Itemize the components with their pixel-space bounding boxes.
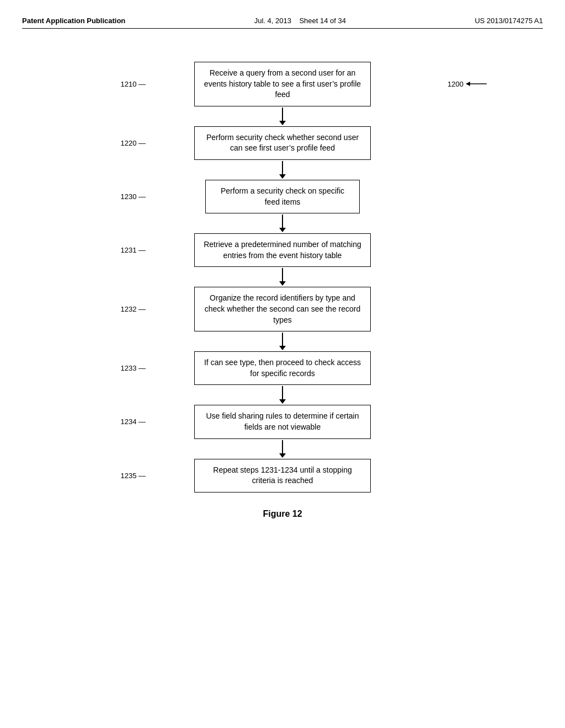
node-row-1232: 1232 — Organize the record identifiers b… — [22, 287, 543, 331]
arrow-1210-1220 — [279, 106, 286, 126]
label-1234: 1234 — — [120, 417, 150, 426]
node-wrapper-1230: 1230 — Perform a security check on speci… — [22, 180, 543, 213]
node-row-1231: 1231 — Retrieve a predetermined number o… — [22, 233, 543, 267]
arrow-1220-1230 — [279, 160, 286, 180]
label-1235: 1235 — — [120, 472, 150, 480]
box-1233: If can see type, then proceed to check a… — [194, 351, 371, 385]
svg-marker-1 — [466, 82, 470, 86]
label-1230: 1230 — — [120, 192, 150, 201]
label-1233: 1233 — — [120, 364, 150, 372]
box-1231: Retrieve a predetermined number of match… — [194, 233, 371, 267]
label-1220: 1220 — — [120, 139, 150, 147]
box-1234: Use field sharing rules to determine if … — [194, 405, 371, 438]
arrow-1231-1232 — [279, 267, 286, 287]
node-row-1230: 1230 — Perform a security check on speci… — [22, 180, 543, 213]
node-wrapper-1210: 1210 — Receive a query from a second use… — [22, 62, 543, 106]
figure-caption: Figure 12 — [263, 509, 302, 519]
node-wrapper-1232: 1232 — Organize the record identifiers b… — [22, 287, 543, 331]
node-row-1210: 1210 — Receive a query from a second use… — [22, 62, 543, 106]
node-wrapper-1231: 1231 — Retrieve a predetermined number o… — [22, 233, 543, 267]
node-wrapper-1235: 1235 — Repeat steps 1231-1234 until a st… — [22, 459, 543, 493]
node-row-1233: 1233 — If can see type, then proceed to … — [22, 351, 543, 385]
ref-1200: 1200 — [447, 80, 488, 88]
box-1220: Perform security check whether second us… — [194, 126, 371, 160]
node-row-1220: 1220 — Perform security check whether se… — [22, 126, 543, 160]
node-wrapper-1220: 1220 — Perform security check whether se… — [22, 126, 543, 160]
arrow-1230-1231 — [279, 213, 286, 233]
node-wrapper-1233: 1233 — If can see type, then proceed to … — [22, 351, 543, 385]
header-patent: US 2013/0174275 A1 — [475, 17, 543, 25]
page: Patent Application Publication Jul. 4, 2… — [0, 0, 565, 728]
label-1231: 1231 — — [120, 246, 150, 254]
header: Patent Application Publication Jul. 4, 2… — [22, 17, 543, 29]
node-wrapper-1234: 1234 — Use field sharing rules to determ… — [22, 405, 543, 438]
label-1232: 1232 — — [120, 305, 150, 313]
label-1210: 1210 — — [120, 80, 150, 88]
arrow-1233-1234 — [279, 385, 286, 405]
node-row-1234: 1234 — Use field sharing rules to determ… — [22, 405, 543, 438]
arrow-1234-1235 — [279, 439, 286, 459]
header-publication: Patent Application Publication — [22, 17, 125, 25]
header-date-sheet: Jul. 4, 2013 Sheet 14 of 34 — [254, 17, 346, 25]
flowchart: 1210 — Receive a query from a second use… — [22, 51, 543, 530]
box-1235: Repeat steps 1231-1234 until a stopping … — [194, 459, 371, 493]
node-row-1235: 1235 — Repeat steps 1231-1234 until a st… — [22, 459, 543, 493]
ref-1200-arrow — [466, 80, 488, 88]
box-1230: Perform a security check on specific fee… — [205, 180, 360, 213]
box-1232: Organize the record identifiers by type … — [194, 287, 371, 331]
arrow-1232-1233 — [279, 331, 286, 351]
box-1210: Receive a query from a second user for a… — [194, 62, 371, 106]
